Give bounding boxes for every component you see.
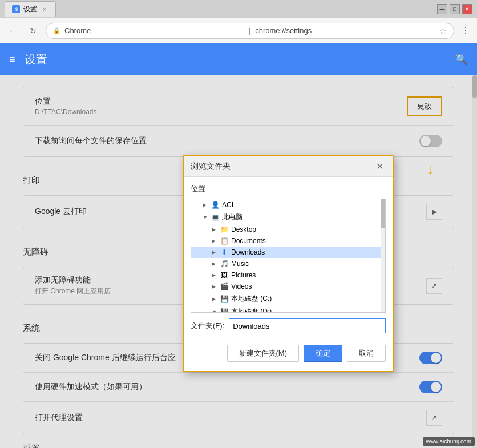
tree-label-pictures: Pictures (231, 271, 256, 279)
folder-input[interactable] (229, 318, 386, 333)
browser-menu-btn[interactable]: ⋮ (459, 23, 472, 38)
refresh-btn[interactable]: ↻ (25, 23, 41, 39)
tree-item-pictures[interactable]: ▶ 🖼 Pictures (191, 269, 385, 281)
tree-icon-ddrive: 💾 (220, 308, 229, 313)
tab-favicon: ⚙ (12, 5, 20, 13)
tree-arrow-desktop: ▶ (212, 227, 219, 232)
dialog-body: 位置 ▶ 👤 ACI ▼ 💻 此电脑 ▶ 📁 Desktop (184, 177, 393, 371)
close-btn[interactable]: ✕ (462, 4, 472, 14)
maximize-btn[interactable]: □ (450, 4, 460, 14)
address-bar: ← ↻ 🔒 Chrome | chrome://settings ☆ ⋮ (0, 18, 477, 43)
bookmark-star-icon[interactable]: ☆ (439, 26, 447, 35)
tree-label-ddrive: 本地磁盘 (D:) (231, 307, 272, 313)
dialog-location-label: 位置 (191, 184, 386, 194)
tree-icon-desktop: 📁 (220, 225, 229, 233)
minimize-btn[interactable]: — (437, 4, 447, 14)
tree-icon-videos: 🎬 (220, 282, 229, 290)
tree-item-music[interactable]: ▶ 🎵 Music (191, 258, 385, 269)
folder-label: 文件夹(F): (191, 321, 224, 331)
tree-arrow-cdrive: ▶ (212, 296, 219, 302)
dialog-tree-thumb[interactable] (381, 199, 385, 228)
tree-item-downloads[interactable]: ▶ ⬇ Downloads (191, 247, 385, 258)
cancel-btn[interactable]: 取消 (347, 345, 386, 362)
file-tree[interactable]: ▶ 👤 ACI ▼ 💻 此电脑 ▶ 📁 Desktop ▶ 📋 (191, 199, 386, 313)
dialog-title-bar: 浏览文件夹 ✕ (184, 156, 393, 177)
header-search-btn[interactable]: 🔍 (455, 53, 468, 66)
new-folder-btn[interactable]: 新建文件夹(M) (227, 345, 300, 362)
tree-arrow-ddrive: ▼ (212, 309, 219, 313)
tree-icon-aci: 👤 (211, 201, 220, 209)
tree-item-aci[interactable]: ▶ 👤 ACI (191, 199, 385, 211)
dialog-folder-row: 文件夹(F): (191, 318, 386, 333)
tree-item-pc[interactable]: ▼ 💻 此电脑 (191, 211, 385, 224)
tree-item-documents[interactable]: ▶ 📋 Documents (191, 235, 385, 247)
url-separator: | (249, 26, 250, 35)
tree-label-music: Music (231, 260, 249, 268)
dialog-buttons: 新建文件夹(M) 确定 取消 (191, 340, 386, 364)
address-input-wrap[interactable]: 🔒 Chrome | chrome://settings ☆ (46, 23, 454, 39)
tree-item-videos[interactable]: ▶ 🎬 Videos (191, 281, 385, 292)
window-controls: — □ ✕ (437, 4, 472, 14)
tree-label-downloads: Downloads (231, 248, 265, 256)
url-text: chrome://settings (255, 26, 435, 35)
tab-close-btn[interactable]: ✕ (41, 6, 48, 13)
back-btn[interactable]: ← (5, 23, 21, 39)
tree-label-cdrive: 本地磁盘 (C:) (231, 294, 272, 304)
tree-arrow-pc: ▼ (203, 215, 209, 220)
title-bar: ⚙ 设置 ✕ — □ ✕ (0, 0, 477, 18)
dialog-tree-scrollbar[interactable] (381, 199, 385, 312)
dialog-title: 浏览文件夹 (191, 162, 231, 172)
dialog-close-btn[interactable]: ✕ (374, 161, 386, 172)
browser-name: Chrome (64, 26, 244, 35)
tree-item-cdrive[interactable]: ▶ 💾 本地磁盘 (C:) (191, 292, 385, 305)
tree-icon-downloads: ⬇ (220, 248, 229, 256)
chrome-header: ≡ 设置 🔍 (0, 43, 477, 75)
tree-arrow-pictures: ▶ (212, 272, 219, 278)
tree-icon-documents: 📋 (220, 237, 229, 245)
hamburger-icon[interactable]: ≡ (9, 54, 15, 66)
tree-label-documents: Documents (231, 237, 266, 245)
tree-icon-pc: 💻 (211, 213, 220, 221)
tree-icon-pictures: 🖼 (220, 271, 229, 279)
tree-label-pc: 此电脑 (222, 212, 242, 222)
content-area: 位置 D:\TTAC\Downloads 更改 下载前询问每个文件的保存位置 打… (0, 75, 477, 448)
watermark: www.aichunij.com (423, 437, 475, 446)
tab-label: 设置 (23, 5, 37, 14)
tree-arrow-videos: ▶ (212, 284, 219, 289)
file-dialog: 浏览文件夹 ✕ 位置 ▶ 👤 ACI ▼ 💻 此电脑 ▶ 📁 (183, 155, 394, 372)
tree-arrow-aci: ▶ (203, 202, 209, 208)
tree-label-desktop: Desktop (231, 225, 256, 233)
settings-title: 设置 (25, 52, 47, 67)
tree-icon-cdrive: 💾 (220, 295, 229, 303)
tree-arrow-documents: ▶ (212, 238, 219, 244)
tree-arrow-music: ▶ (212, 261, 219, 267)
browser-tab[interactable]: ⚙ 设置 ✕ (5, 1, 56, 17)
tree-item-ddrive[interactable]: ▼ 💾 本地磁盘 (D:) (191, 305, 385, 313)
tree-item-desktop[interactable]: ▶ 📁 Desktop (191, 224, 385, 235)
tree-arrow-downloads: ▶ (212, 249, 219, 255)
ok-btn[interactable]: 确定 (304, 345, 342, 362)
tree-label-videos: Videos (231, 282, 252, 290)
lock-icon: 🔒 (53, 27, 60, 34)
tree-icon-music: 🎵 (220, 260, 229, 268)
tree-label-aci: ACI (222, 201, 233, 209)
